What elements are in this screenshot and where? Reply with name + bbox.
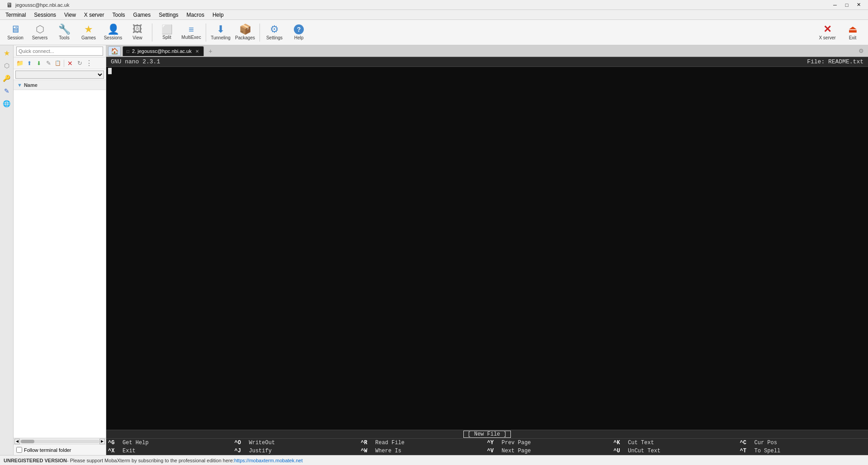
view-button[interactable]: 🖼 View [126,22,149,43]
file-panel-hscroll[interactable]: ◀ ▶ [14,438,106,444]
menu-settings[interactable]: Settings [155,11,182,19]
title-bar-text: jegoussc@hpc.nbi.ac.uk [15,2,69,8]
menu-macros[interactable]: Macros [183,11,208,19]
servers-label: Servers [32,35,47,40]
nano-cmd-exit: Exit [123,448,136,454]
xserver-button[interactable]: ✕ X server [816,22,839,43]
add-tab-icon: + [209,47,212,55]
nano-key-w: ^W [361,448,373,454]
multiexec-button[interactable]: ≡ MultiExec [179,22,203,43]
status-link[interactable]: https://mobaxterm.mobatek.net [234,458,303,463]
packages-label: Packages [235,35,255,40]
multiexec-icon: ≡ [189,25,194,34]
tunneling-button[interactable]: ⬇ Tunneling [209,22,232,43]
follow-terminal-section: Follow terminal folder [14,444,106,455]
menu-view[interactable]: View [61,11,80,19]
follow-terminal-checkbox[interactable] [16,447,22,453]
nano-sc-cuttext: ^K Cut Text [613,440,740,446]
exit-button[interactable]: ⏏ Exit [841,22,864,43]
terminal-tab-active[interactable]: □ 2. jegoussc@hpc.nbi.ac.uk ✕ [123,46,204,56]
fp-edit[interactable]: ✎ [44,59,53,68]
nano-sc-uncuttext: ^U UnCut Text [613,448,740,454]
quick-connect-input[interactable] [16,47,103,56]
close-button[interactable]: ✕ [853,1,864,9]
exit-icon: ⏏ [848,24,858,34]
nano-sc-prevpage: ^Y Prev Page [487,440,614,446]
nano-cmd-prevpage: Prev Page [502,440,531,446]
hscroll-left[interactable]: ◀ [14,439,20,444]
fp-delete[interactable]: ✕ [66,59,75,68]
tools-button[interactable]: 🔧 Tools [52,22,76,43]
nano-edit-area[interactable] [106,67,868,430]
servers-button[interactable]: ⬡ Servers [28,22,52,43]
side-nav-sftp[interactable]: 🔑 [1,72,13,84]
add-tab-button[interactable]: + [206,46,216,56]
nano-cmd-tospell: To Spell [755,448,781,454]
cursor-block [108,68,112,74]
packages-button[interactable]: 📦 Packages [233,22,257,43]
nano-sc-tospell: ^T To Spell [740,448,867,454]
help-label: Help [294,35,304,40]
side-nav-sessions[interactable]: ⬡ [1,60,13,71]
nano-header-left: GNU nano 2.3.1 [111,58,160,65]
fp-more[interactable]: ⋮ [85,59,94,68]
fp-upload[interactable]: ⬆ [25,59,34,68]
settings-icon: ⚙ [270,24,279,34]
file-list-header-label: Name [24,82,38,88]
nano-key-c: ^C [740,440,753,446]
games-icon: ★ [84,24,93,34]
hscroll-track[interactable] [20,440,99,443]
fp-download[interactable]: ⬇ [34,59,43,68]
terminal-tab-label: 2. jegoussc@hpc.nbi.ac.uk [132,48,192,54]
menu-tools[interactable]: Tools [109,11,129,19]
nano-key-x: ^X [108,448,121,454]
session-button[interactable]: 🖥 Session [4,22,27,43]
help-icon: ? [294,24,304,34]
side-nav-favorites[interactable]: ★ [1,47,13,59]
menu-games[interactable]: Games [130,11,155,19]
title-bar: 🖥 jegoussc@hpc.nbi.ac.uk ─ □ ✕ [0,0,868,10]
cursor-line [108,68,866,74]
nano-sc-exit: ^X Exit [108,448,235,454]
fp-refresh[interactable]: ↻ [75,59,84,68]
side-nav-network[interactable]: 🌐 [1,98,13,109]
session-label: Session [7,35,24,40]
menu-help[interactable]: Help [209,11,227,19]
nano-key-k: ^K [613,440,626,446]
nano-key-o: ^O [235,440,247,446]
window-controls: ─ □ ✕ [829,1,864,9]
settings-button[interactable]: ⚙ Settings [263,22,286,43]
help-button[interactable]: ? Help [287,22,311,43]
nano-key-v: ^V [487,448,500,454]
view-icon: 🖼 [132,24,142,34]
minimize-button[interactable]: ─ [829,1,841,9]
tools-icon: 🔧 [58,24,71,34]
split-icon: ⬜ [161,25,173,34]
fp-new-folder[interactable]: 📁 [15,59,24,68]
maximize-button[interactable]: □ [841,1,853,9]
nano-sc-curpos: ^C Cur Pos [740,440,867,446]
menu-terminal[interactable]: Terminal [2,11,29,19]
tab-settings-button[interactable]: ⚙ [856,46,866,56]
toolbar-divider-2 [206,24,206,42]
hscroll-thumb [21,440,34,443]
split-button[interactable]: ⬜ Split [155,22,179,43]
menu-sessions[interactable]: Sessions [30,11,60,19]
home-tab[interactable]: 🏠 [108,46,121,56]
filter-select[interactable] [15,71,104,79]
terminal-tab-close[interactable]: ✕ [194,49,200,54]
nano-header-right: File: README.txt [807,58,863,65]
servers-icon: ⬡ [36,24,44,34]
status-bar: UNREGISTERED VERSION - Please support Mo… [0,455,868,465]
file-panel: 📁 ⬆ ⬇ ✎ 📋 ✕ ↻ ⋮ ▼ Name ◀ ▶ Follow termin… [14,45,106,455]
follow-terminal-label[interactable]: Follow terminal folder [24,447,71,453]
file-list-header: ▼ Name [14,80,106,90]
sessions-button[interactable]: 👤 Sessions [101,22,125,43]
games-button[interactable]: ★ Games [77,22,100,43]
terminal-tab-icon: □ [127,49,129,54]
file-list-content[interactable] [14,90,106,438]
menu-xserver[interactable]: X server [80,11,108,19]
hscroll-right[interactable]: ▶ [99,439,105,444]
side-nav-editor[interactable]: ✎ [1,85,13,97]
fp-copy[interactable]: 📋 [53,59,62,68]
